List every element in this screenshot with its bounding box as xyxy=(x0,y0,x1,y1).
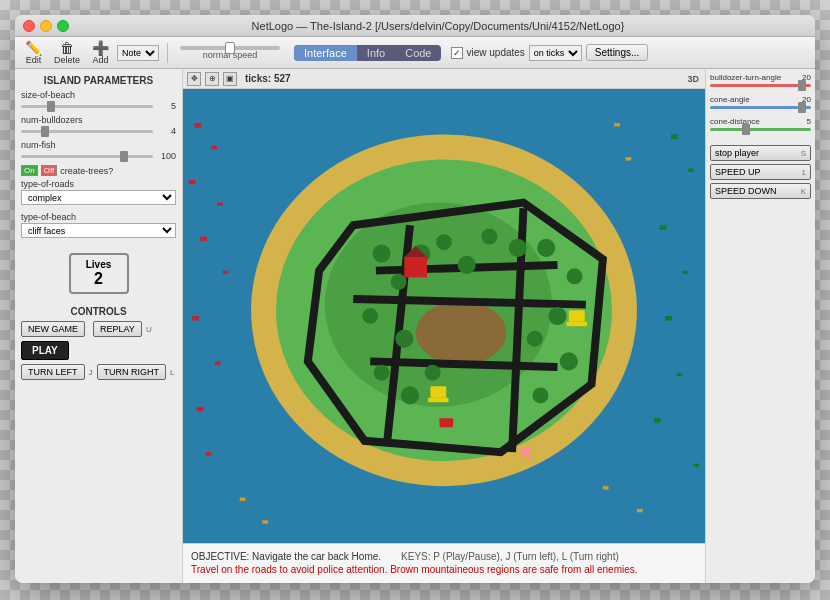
speed-up-key-hint: 1 xyxy=(802,168,806,177)
svg-rect-10 xyxy=(206,452,212,455)
svg-rect-2 xyxy=(211,146,217,149)
type-roads-select[interactable]: complex xyxy=(21,190,176,205)
svg-point-38 xyxy=(567,268,583,284)
speed-slider[interactable] xyxy=(180,46,280,50)
bulldozer-angle-label: bulldozer-turn-angle xyxy=(710,73,781,82)
new-game-button[interactable]: NEW GAME xyxy=(21,321,85,337)
svg-rect-5 xyxy=(200,237,207,242)
tab-interface[interactable]: Interface xyxy=(294,45,357,61)
settings-button[interactable]: Settings... xyxy=(586,44,648,61)
status-bar: OBJECTIVE: Navigate the car back Home. K… xyxy=(183,543,705,583)
speed-down-key-hint: K xyxy=(801,187,806,196)
speed-down-button[interactable]: SPEED DOWN K xyxy=(710,183,811,199)
play-row: PLAY xyxy=(21,341,176,360)
map-move-icon[interactable]: ✥ xyxy=(187,72,201,86)
toggle-off-button[interactable]: Off xyxy=(41,165,58,176)
cone-dist-label: cone-distance xyxy=(710,117,760,126)
separator-1 xyxy=(167,43,168,63)
svg-rect-18 xyxy=(694,464,700,467)
svg-point-37 xyxy=(537,239,555,257)
map-canvas[interactable] xyxy=(183,89,705,543)
svg-point-43 xyxy=(509,239,527,257)
map-3d-icon[interactable]: ▣ xyxy=(223,72,237,86)
num-bulldozers-slider[interactable] xyxy=(21,130,153,133)
svg-rect-4 xyxy=(217,203,223,206)
turn-right-button[interactable]: TURN RIGHT xyxy=(97,364,167,380)
turn-row: TURN LEFT J TURN RIGHT L xyxy=(21,364,176,380)
bulldozer-angle-slider[interactable] xyxy=(710,84,811,87)
cone-distance-row: cone-distance 5 xyxy=(710,117,811,133)
svg-point-45 xyxy=(458,256,476,274)
title-bar: NetLogo — The-Island-2 [/Users/delvin/Co… xyxy=(15,15,815,37)
cone-angle-label: cone-angle xyxy=(710,95,750,104)
turn-left-button[interactable]: TURN LEFT xyxy=(21,364,85,380)
cone-angle-row: cone-angle 20 xyxy=(710,95,811,111)
play-button[interactable]: PLAY xyxy=(21,341,69,360)
warning-text: Travel on the roads to avoid police atte… xyxy=(191,564,697,575)
minimize-button[interactable] xyxy=(40,20,52,32)
svg-rect-50 xyxy=(567,322,587,327)
svg-point-35 xyxy=(401,386,419,404)
tab-info[interactable]: Info xyxy=(357,45,395,61)
svg-rect-11 xyxy=(671,134,678,139)
type-beach-select[interactable]: cliff faces xyxy=(21,223,176,238)
toolbar: ✏️ Edit 🗑 Delete ➕ Add Note normal speed… xyxy=(15,37,815,69)
bulldozer-turn-angle-row: bulldozer-turn-angle 20 xyxy=(710,73,811,89)
replay-button[interactable]: REPLAY xyxy=(93,321,142,337)
tab-code[interactable]: Code xyxy=(395,45,441,61)
svg-point-34 xyxy=(374,365,390,381)
svg-rect-8 xyxy=(215,361,221,364)
right-panel: bulldozer-turn-angle 20 cone-angle 20 xyxy=(705,69,815,583)
create-trees-toggle-row: On Off create-trees? xyxy=(21,165,176,176)
speed-up-button[interactable]: SPEED UP 1 xyxy=(710,164,811,180)
svg-rect-19 xyxy=(614,123,620,126)
keys-text: KEYS: P (Play/Pause), J (Turn left), L (… xyxy=(401,551,619,564)
cone-dist-slider[interactable] xyxy=(710,128,811,131)
close-button[interactable] xyxy=(23,20,35,32)
edit-button[interactable]: ✏️ Edit xyxy=(21,40,46,66)
size-beach-slider[interactable] xyxy=(21,105,153,108)
new-game-replay-row: NEW GAME REPLAY U xyxy=(21,321,176,337)
ticks-label: ticks: 527 xyxy=(245,73,291,84)
svg-rect-22 xyxy=(637,509,643,512)
svg-rect-14 xyxy=(682,271,688,274)
toggle-on-button[interactable]: On xyxy=(21,165,38,176)
stop-player-button[interactable]: stop player S xyxy=(710,145,811,161)
svg-rect-23 xyxy=(240,498,246,501)
add-icon: ➕ xyxy=(92,41,109,55)
turn-left-key: J xyxy=(89,368,93,377)
svg-rect-53 xyxy=(439,418,453,427)
tab-group: Interface Info Code xyxy=(294,45,441,61)
add-button[interactable]: ➕ Add xyxy=(88,40,113,66)
island-map xyxy=(183,89,705,543)
svg-point-28 xyxy=(416,301,507,365)
svg-point-29 xyxy=(373,245,391,263)
svg-rect-1 xyxy=(194,123,201,128)
svg-rect-6 xyxy=(223,271,229,274)
maximize-button[interactable] xyxy=(57,20,69,32)
svg-rect-48 xyxy=(428,398,448,403)
param-size-beach: size-of-beach 5 xyxy=(21,90,176,111)
map-zoom-icon[interactable]: ⊕ xyxy=(205,72,219,86)
view-updates-checkbox[interactable]: ✓ xyxy=(451,47,463,59)
cone-dist-value: 5 xyxy=(807,117,811,126)
svg-rect-24 xyxy=(262,520,268,523)
delete-button[interactable]: 🗑 Delete xyxy=(50,40,84,66)
param-num-bulldozers: num-bulldozers 4 xyxy=(21,115,176,136)
svg-point-44 xyxy=(481,229,497,245)
svg-rect-49 xyxy=(569,310,585,321)
num-fish-slider[interactable] xyxy=(21,155,153,158)
cone-angle-slider[interactable] xyxy=(710,106,811,109)
svg-point-46 xyxy=(436,234,452,250)
island-params-title: ISLAND PARAMETERS xyxy=(21,75,176,86)
svg-rect-20 xyxy=(626,157,632,160)
svg-rect-17 xyxy=(654,418,661,423)
note-select[interactable]: Note xyxy=(117,45,159,61)
objective-text: OBJECTIVE: Navigate the car back Home. xyxy=(191,551,381,562)
on-ticks-select[interactable]: on ticks xyxy=(529,45,582,61)
svg-rect-16 xyxy=(677,373,683,376)
speed-slider-area: normal speed xyxy=(180,46,280,60)
controls-title: CONTROLS xyxy=(21,306,176,317)
create-trees-label: create-trees? xyxy=(60,166,113,176)
svg-rect-9 xyxy=(197,407,204,412)
